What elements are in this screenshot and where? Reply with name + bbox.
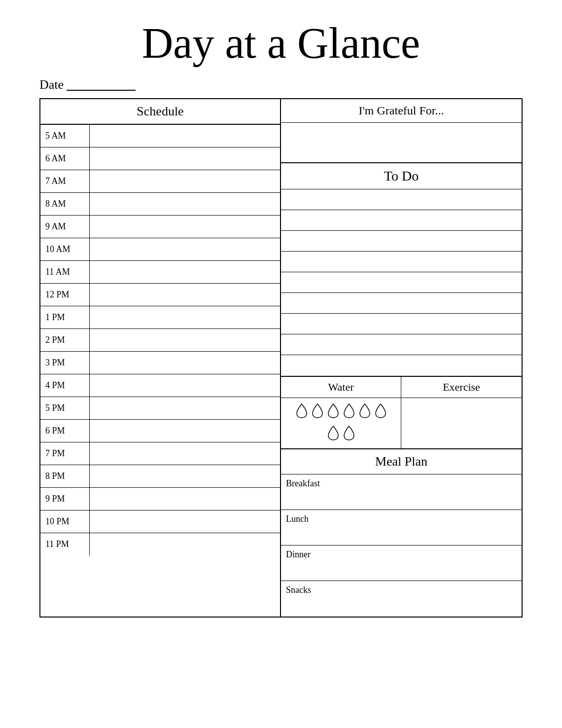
water-drops	[281, 398, 401, 448]
event-7am[interactable]	[90, 170, 280, 192]
event-8pm[interactable]	[90, 465, 280, 487]
schedule-row: 6 AM	[40, 147, 280, 170]
event-1pm[interactable]	[90, 306, 280, 328]
water-drop-1[interactable]	[296, 403, 308, 421]
time-6am: 6 AM	[40, 147, 90, 170]
time-10am: 10 AM	[40, 238, 90, 260]
schedule-row: 5 AM	[40, 125, 280, 147]
schedule-row: 9 PM	[40, 488, 280, 510]
todo-item[interactable]	[281, 314, 522, 334]
main-grid: Schedule 5 AM 6 AM 7 AM 8 AM 9 AM	[39, 98, 523, 618]
time-9pm: 9 PM	[40, 488, 90, 510]
meal-plan-section: Meal Plan Breakfast Lunch Dinner Snacks	[281, 449, 522, 617]
meal-snacks-label: Snacks	[286, 585, 311, 595]
right-column: I'm Grateful For... To Do Water	[281, 99, 522, 617]
todo-header: To Do	[281, 163, 522, 189]
grateful-body[interactable]	[281, 123, 522, 162]
meal-snacks[interactable]: Snacks	[281, 581, 522, 617]
date-label: Date	[39, 77, 64, 92]
schedule-row: 5 PM	[40, 397, 280, 420]
water-drop-8[interactable]	[343, 425, 355, 443]
todo-item[interactable]	[281, 272, 522, 293]
event-7pm[interactable]	[90, 442, 280, 465]
todo-item[interactable]	[281, 293, 522, 314]
time-11am: 11 AM	[40, 261, 90, 283]
time-11pm: 11 PM	[40, 533, 90, 556]
event-3pm[interactable]	[90, 352, 280, 374]
water-drop-7[interactable]	[327, 425, 339, 443]
todo-item[interactable]	[281, 334, 522, 355]
grateful-section: I'm Grateful For...	[281, 99, 522, 163]
event-11pm[interactable]	[90, 533, 280, 556]
schedule-header: Schedule	[40, 99, 280, 125]
time-10pm: 10 PM	[40, 510, 90, 533]
time-3pm: 3 PM	[40, 352, 90, 374]
meal-lunch[interactable]: Lunch	[281, 510, 522, 546]
time-5pm: 5 PM	[40, 397, 90, 419]
event-6am[interactable]	[90, 147, 280, 170]
time-4pm: 4 PM	[40, 374, 90, 397]
page-title: Day at a Glance	[142, 20, 420, 68]
water-exercise-section: Water	[281, 377, 522, 449]
event-5am[interactable]	[90, 125, 280, 147]
schedule-row: 10 AM	[40, 238, 280, 261]
schedule-row: 10 PM	[40, 510, 280, 533]
event-9am[interactable]	[90, 216, 280, 238]
event-11am[interactable]	[90, 261, 280, 283]
meal-breakfast-label: Breakfast	[286, 478, 320, 488]
exercise-body[interactable]	[401, 398, 522, 437]
event-8am[interactable]	[90, 193, 280, 215]
todo-item[interactable]	[281, 210, 522, 231]
time-2pm: 2 PM	[40, 329, 90, 351]
todo-item[interactable]	[281, 355, 522, 376]
exercise-column: Exercise	[401, 377, 522, 448]
event-12pm[interactable]	[90, 284, 280, 306]
event-2pm[interactable]	[90, 329, 280, 351]
water-column: Water	[281, 377, 401, 448]
time-1pm: 1 PM	[40, 306, 90, 328]
event-10am[interactable]	[90, 238, 280, 260]
time-7pm: 7 PM	[40, 442, 90, 465]
water-drop-5[interactable]	[359, 403, 371, 421]
schedule-row: 1 PM	[40, 306, 280, 329]
date-row: Date	[39, 77, 523, 92]
time-8pm: 8 PM	[40, 465, 90, 487]
schedule-row: 8 PM	[40, 465, 280, 488]
todo-item[interactable]	[281, 252, 522, 272]
schedule-row: 7 PM	[40, 442, 280, 465]
meal-dinner-label: Dinner	[286, 549, 311, 559]
meal-plan-header: Meal Plan	[281, 449, 522, 474]
todo-section: To Do	[281, 163, 522, 377]
meal-lunch-label: Lunch	[286, 514, 309, 524]
time-8am: 8 AM	[40, 193, 90, 215]
event-4pm[interactable]	[90, 374, 280, 397]
schedule-row: 11 PM	[40, 533, 280, 556]
schedule-row: 8 AM	[40, 193, 280, 216]
date-line[interactable]	[67, 79, 136, 91]
water-drop-6[interactable]	[375, 403, 386, 421]
water-drop-4[interactable]	[343, 403, 355, 421]
event-10pm[interactable]	[90, 510, 280, 533]
grateful-header: I'm Grateful For...	[281, 99, 522, 123]
water-header: Water	[281, 377, 401, 398]
schedule-row: 4 PM	[40, 374, 280, 397]
exercise-header: Exercise	[401, 377, 522, 398]
water-drop-3[interactable]	[327, 403, 339, 421]
time-12pm: 12 PM	[40, 284, 90, 306]
time-7am: 7 AM	[40, 170, 90, 192]
schedule-row: 6 PM	[40, 420, 280, 442]
todo-item[interactable]	[281, 189, 522, 210]
meal-dinner[interactable]: Dinner	[281, 546, 522, 581]
event-5pm[interactable]	[90, 397, 280, 419]
water-drop-2[interactable]	[312, 403, 323, 421]
schedule-row: 11 AM	[40, 261, 280, 284]
schedule-row: 3 PM	[40, 352, 280, 374]
schedule-row: 9 AM	[40, 216, 280, 238]
event-9pm[interactable]	[90, 488, 280, 510]
time-6pm: 6 PM	[40, 420, 90, 442]
schedule-row: 2 PM	[40, 329, 280, 352]
event-6pm[interactable]	[90, 420, 280, 442]
todo-item[interactable]	[281, 231, 522, 252]
meal-breakfast[interactable]: Breakfast	[281, 474, 522, 510]
schedule-row: 7 AM	[40, 170, 280, 193]
